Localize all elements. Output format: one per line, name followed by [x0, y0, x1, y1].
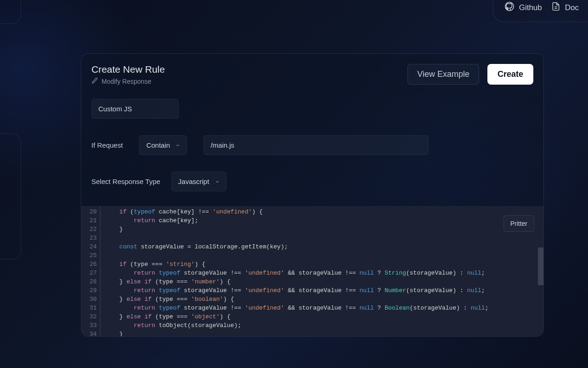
subtitle-text: Modify Response — [102, 78, 151, 85]
chevron-down-icon — [175, 143, 180, 148]
prettier-button[interactable]: Pritter — [503, 215, 534, 232]
response-type-select[interactable]: Javascript — [171, 172, 226, 191]
github-icon — [504, 1, 514, 14]
condition-select-value: Contain — [146, 141, 170, 149]
top-nav: Github Doc — [493, 0, 588, 22]
pencil-icon — [91, 77, 98, 85]
vertical-scrollbar-thumb[interactable] — [538, 247, 543, 285]
code-editor[interactable]: 19 20 21 22 23 24 25 26 27 28 29 30 31 3… — [81, 206, 543, 337]
mid-edge-decoration — [0, 133, 21, 259]
rule-editor-card: Create New Rule Modify Response View Exa… — [81, 53, 544, 337]
chevron-down-icon — [215, 179, 220, 184]
create-button[interactable]: Create — [487, 64, 533, 85]
rule-name-input[interactable] — [91, 99, 179, 119]
github-link[interactable]: Github — [504, 1, 542, 14]
url-input[interactable] — [204, 135, 429, 155]
docs-label: Doc — [565, 3, 579, 12]
left-edge-decoration — [0, 0, 21, 24]
code-content[interactable]: const retrieve = (key, type) => { if (ty… — [105, 206, 543, 337]
docs-link[interactable]: Doc — [551, 1, 579, 14]
github-label: Github — [519, 3, 542, 12]
gutter: 19 20 21 22 23 24 25 26 27 28 29 30 31 3… — [81, 206, 105, 337]
response-type-value: Javascript — [178, 178, 209, 185]
subtitle-row: Modify Response — [91, 77, 165, 85]
if-request-label: If Request — [91, 141, 123, 149]
page-title: Create New Rule — [91, 64, 165, 75]
condition-select[interactable]: Contain — [139, 135, 187, 155]
docs-icon — [551, 1, 560, 14]
response-type-label: Select Response Type — [91, 178, 160, 185]
card-header: Create New Rule Modify Response View Exa… — [81, 54, 543, 93]
view-example-button[interactable]: View Example — [407, 64, 479, 85]
